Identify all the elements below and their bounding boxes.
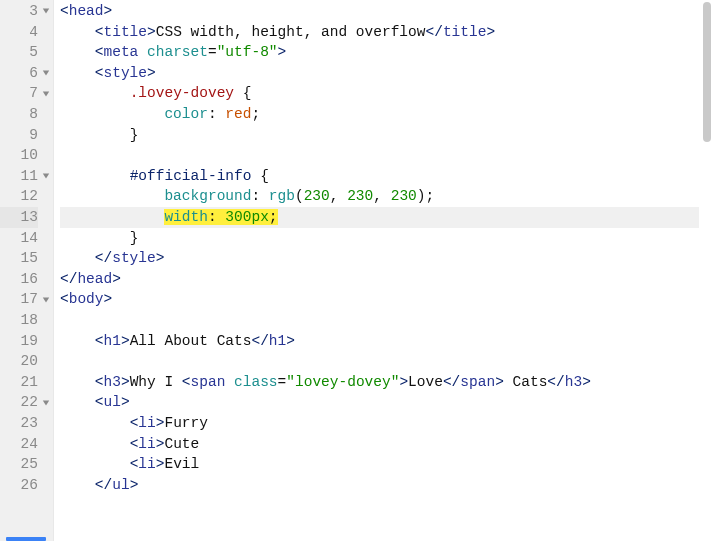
code-editor[interactable]: 3456789101112131415161718192021222324252… [0,0,713,541]
code-token: width [164,209,208,225]
line-number: 5 [0,42,38,63]
code-token: < [95,44,104,60]
code-token: h1 [269,333,286,349]
code-token: </ [251,333,268,349]
code-line[interactable]: .lovey-dovey { [60,83,699,104]
code-token: li [138,415,155,431]
vertical-scrollbar[interactable] [703,2,711,142]
code-token: } [130,230,139,246]
line-number: 15 [0,248,38,269]
code-token: head [69,3,104,19]
code-line[interactable]: <title>CSS width, height, and overflow</… [60,22,699,43]
line-number: 24 [0,434,38,455]
fold-toggle-icon[interactable] [40,166,52,187]
line-number: 18 [0,310,38,331]
line-number: 4 [0,22,38,43]
code-line[interactable] [60,145,699,166]
code-line[interactable] [60,351,699,372]
code-token: < [95,24,104,40]
code-token: > [121,333,130,349]
code-token: ) [417,188,426,204]
line-number: 26 [0,475,38,496]
code-token: </ [425,24,442,40]
code-line[interactable]: width: 300px; [60,207,699,228]
code-line[interactable]: <h1>All About Cats</h1> [60,331,699,352]
code-line[interactable]: background: rgb(230, 230, 230); [60,186,699,207]
code-token: meta [104,44,139,60]
code-token: > [278,44,287,60]
code-line[interactable]: </ul> [60,475,699,496]
code-line[interactable]: <meta charset="utf-8"> [60,42,699,63]
code-token: "utf-8" [217,44,278,60]
code-token: li [138,436,155,452]
line-number: 13 [0,207,38,228]
code-line[interactable]: } [60,125,699,146]
fold-toggle-icon[interactable] [40,63,52,84]
code-token: title [104,24,148,40]
fold-toggle-icon[interactable] [40,1,52,22]
code-token: > [147,24,156,40]
code-token: </ [60,271,77,287]
code-line[interactable]: <body> [60,289,699,310]
code-token: background [164,188,251,204]
code-token: > [112,271,121,287]
code-token: < [182,374,191,390]
fold-toggle-icon[interactable] [40,392,52,413]
code-token: "lovey-dovey" [286,374,399,390]
line-number-gutter: 3456789101112131415161718192021222324252… [0,0,54,541]
code-area[interactable]: <head> <title>CSS width, height, and ove… [60,0,699,541]
code-token: < [95,65,104,81]
code-line[interactable]: } [60,228,699,249]
code-token: #official-info [130,168,252,184]
code-line[interactable]: <li>Cute [60,434,699,455]
code-token: All About Cats [130,333,252,349]
code-token: h3 [565,374,582,390]
code-token: ; [251,106,260,122]
code-line[interactable]: #official-info { [60,166,699,187]
code-line[interactable]: <li>Furry [60,413,699,434]
code-token: > [582,374,591,390]
code-line[interactable]: color: red; [60,104,699,125]
line-number: 22 [0,392,38,413]
code-token: = [278,374,287,390]
code-line[interactable]: </head> [60,269,699,290]
code-token: charset [147,44,208,60]
line-number: 23 [0,413,38,434]
code-token: </ [95,250,112,266]
line-number: 14 [0,228,38,249]
code-line[interactable]: <h3>Why I <span class="lovey-dovey">Love… [60,372,699,393]
code-token: li [138,456,155,472]
code-line[interactable]: <li>Evil [60,454,699,475]
code-line[interactable]: <style> [60,63,699,84]
code-line[interactable]: <head> [60,1,699,22]
line-number: 11 [0,166,38,187]
code-token: ( [295,188,304,204]
code-token: = [208,44,217,60]
code-token: style [112,250,156,266]
code-token: , [330,188,347,204]
code-token: > [104,3,113,19]
code-token: ; [426,188,435,204]
code-token: > [399,374,408,390]
code-token: { [251,168,268,184]
code-token: </ [547,374,564,390]
code-token: </ [443,374,460,390]
code-line[interactable]: </style> [60,248,699,269]
code-token: Evil [164,456,199,472]
code-token: } [130,127,139,143]
code-token: span [460,374,495,390]
fold-toggle-icon[interactable] [40,289,52,310]
code-line[interactable]: <ul> [60,392,699,413]
line-number: 3 [0,1,38,22]
line-number: 17 [0,289,38,310]
code-token: Why I [130,374,182,390]
code-token: > [286,333,295,349]
code-token: body [69,291,104,307]
code-token: color [164,106,208,122]
code-line[interactable] [60,310,699,331]
code-token: h3 [104,374,121,390]
code-token: < [95,394,104,410]
fold-toggle-icon[interactable] [40,83,52,104]
code-token: rgb [269,188,295,204]
code-token: 230 [347,188,373,204]
